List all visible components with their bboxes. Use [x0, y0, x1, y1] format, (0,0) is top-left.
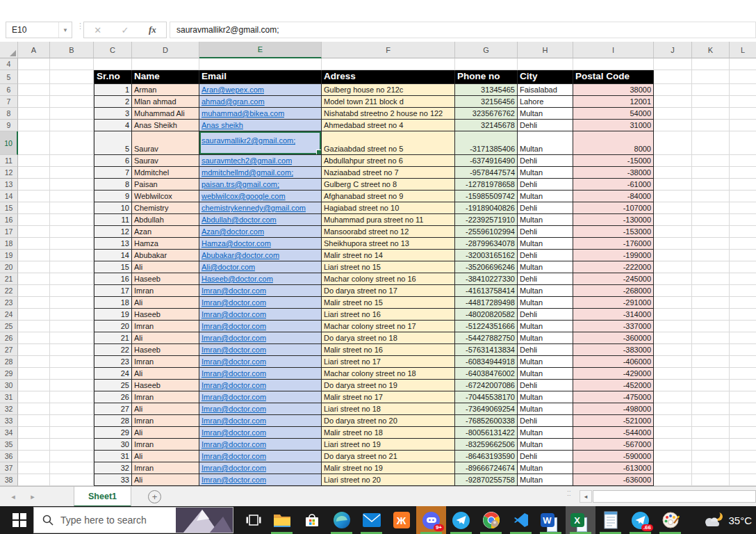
cell-C17[interactable]: 12 [94, 226, 132, 238]
cell-F35[interactable]: Liari street no 19 [322, 439, 455, 451]
cell-L33[interactable] [730, 415, 756, 427]
cell-F23[interactable]: Malir street no 15 [322, 297, 455, 309]
cell-J31[interactable] [654, 391, 692, 403]
cell-C9[interactable]: 4 [94, 120, 132, 131]
cell-J30[interactable] [654, 380, 692, 391]
cell-I34[interactable]: -544000 [573, 427, 654, 439]
cell-B33[interactable] [50, 415, 94, 427]
cell-J24[interactable] [654, 309, 692, 321]
cell-L21[interactable] [730, 273, 756, 285]
cell-E13[interactable]: paisan.trs@gmail.com; [199, 179, 322, 191]
cell-I27[interactable]: -383000 [573, 344, 654, 356]
cell-L31[interactable] [730, 391, 756, 403]
sheet-tab-sheet1[interactable]: Sheet1 [74, 487, 131, 507]
row-header-9[interactable]: 9 [0, 120, 18, 131]
cell-B36[interactable] [50, 451, 94, 462]
search-highlight-image[interactable] [176, 507, 233, 533]
cell-A14[interactable] [18, 191, 50, 202]
cell-J8[interactable] [654, 108, 692, 120]
row-header-28[interactable]: 28 [0, 356, 18, 368]
cell-C30[interactable]: 25 [94, 380, 132, 391]
cell-L18[interactable] [730, 238, 756, 250]
cell-D19[interactable]: Abubakar [132, 250, 199, 261]
row-header-22[interactable]: 22 [0, 285, 18, 297]
cell-J38[interactable] [654, 474, 692, 486]
email-link[interactable]: Imran@doctor.com [202, 286, 266, 296]
email-link[interactable]: chemistrykennedy@gmail.com [202, 203, 306, 213]
cell-B32[interactable] [50, 403, 94, 415]
selected-cell-E10[interactable]: sauravmallikr2@gmail.com; [199, 131, 322, 155]
cell-E35[interactable]: Imran@doctor.com [199, 439, 322, 451]
email-link[interactable]: ahmad@gran.com [202, 97, 265, 106]
table-header-phone[interactable]: Phone no [455, 70, 518, 84]
cell-A22[interactable] [18, 285, 50, 297]
cell-A17[interactable] [18, 226, 50, 238]
cell-G21[interactable]: -38410227330 [455, 273, 518, 285]
cell-L38[interactable] [730, 474, 756, 486]
cell-D31[interactable]: Imran [132, 391, 199, 403]
row-header-33[interactable]: 33 [0, 415, 18, 427]
cell-I9[interactable]: 31000 [573, 120, 654, 131]
cell-I25[interactable]: -337000 [573, 321, 654, 332]
cell-J20[interactable] [654, 261, 692, 273]
cell-L17[interactable] [730, 226, 756, 238]
cell-C38[interactable]: 33 [94, 474, 132, 486]
cell-H23[interactable]: Multan [518, 297, 573, 309]
cell-E23[interactable]: Imran@doctor.com [199, 297, 322, 309]
cell-G19[interactable]: -32003165162 [455, 250, 518, 261]
cell-B15[interactable] [50, 202, 94, 214]
cell-K11[interactable] [692, 155, 730, 167]
cell-A8[interactable] [18, 108, 50, 120]
cell-D7[interactable]: Mlan ahmad [132, 96, 199, 108]
column-header-B[interactable]: B [50, 42, 94, 58]
row-header-10[interactable]: 10 [0, 131, 18, 155]
cell-F29[interactable]: Machar colony street no 18 [322, 368, 455, 380]
email-link[interactable]: Ali@doctor.com [202, 262, 255, 272]
cell-E24[interactable]: Imran@doctor.com [199, 309, 322, 321]
cell-F17[interactable]: Mansoorabd street no 12 [322, 226, 455, 238]
cell-K27[interactable] [692, 344, 730, 356]
taskbar-icon-store[interactable] [297, 506, 327, 534]
cell-D15[interactable]: Chemistry [132, 202, 199, 214]
cell-K28[interactable] [692, 356, 730, 368]
cell-G11[interactable]: -6374916490 [455, 155, 518, 167]
enter-icon[interactable]: ✓ [111, 25, 138, 35]
cell-E19[interactable]: Abubakar@doctor.com [199, 250, 322, 261]
cell-H25[interactable]: Multan [518, 321, 573, 332]
cell-B37[interactable] [50, 462, 94, 474]
cell-E34[interactable]: Imran@doctor.com [199, 427, 322, 439]
tab-scroll-splitter[interactable]: ⁚⁚ [567, 492, 571, 496]
cell-E33[interactable]: Imran@doctor.com [199, 415, 322, 427]
cell-C11[interactable]: 6 [94, 155, 132, 167]
cell-D9[interactable]: Anas Sheikh [132, 120, 199, 131]
column-header-H[interactable]: H [518, 42, 573, 58]
taskbar-icon-excel[interactable]: X [566, 506, 595, 534]
cell-K32[interactable] [692, 403, 730, 415]
cell-I29[interactable]: -429000 [573, 368, 654, 380]
cell-G28[interactable]: -60834944918 [455, 356, 518, 368]
row-header-35[interactable]: 35 [0, 439, 18, 451]
cell-B10[interactable] [50, 131, 94, 155]
taskbar-icon-word[interactable]: W [536, 506, 566, 534]
cell-F6[interactable]: Gulberg house no 212c [322, 84, 455, 96]
cell-D13[interactable]: Paisan [132, 179, 199, 191]
row-header-20[interactable]: 20 [0, 261, 18, 273]
taskbar-icon-edge[interactable] [327, 506, 356, 534]
cell-J26[interactable] [654, 332, 692, 344]
cell-I30[interactable]: -452000 [573, 380, 654, 391]
taskbar-search-input[interactable]: Type here to search [33, 507, 233, 533]
cell-D6[interactable]: Arman [132, 84, 199, 96]
column-header-I[interactable]: I [573, 42, 654, 58]
cell-K30[interactable] [692, 380, 730, 391]
cell-E22[interactable]: Imran@doctor.com [199, 285, 322, 297]
cell-K37[interactable] [692, 462, 730, 474]
row-header-16[interactable]: 16 [0, 214, 18, 226]
cell-G9[interactable]: 32145678 [455, 120, 518, 131]
cell-K20[interactable] [692, 261, 730, 273]
cell-K4[interactable] [692, 58, 730, 70]
cell-D16[interactable]: Abdullah [132, 214, 199, 226]
cell-C19[interactable]: 14 [94, 250, 132, 261]
cell-C12[interactable]: 7 [94, 167, 132, 179]
email-link[interactable]: Imran@doctor.com [202, 475, 266, 485]
cell-H33[interactable]: Dehli [518, 415, 573, 427]
